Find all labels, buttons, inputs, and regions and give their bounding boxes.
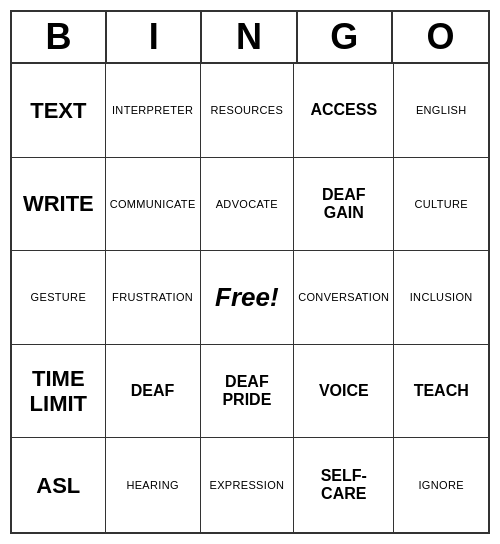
cell-label: WRITE — [23, 191, 94, 216]
bingo-header: BINGO — [12, 12, 488, 64]
cell-label: IGNORE — [418, 479, 463, 492]
bingo-cell[interactable]: CULTURE — [394, 158, 488, 252]
bingo-cell[interactable]: COMMUNICATE — [106, 158, 201, 252]
header-letter: O — [393, 12, 488, 62]
bingo-cell[interactable]: Free! — [201, 251, 295, 345]
bingo-cell[interactable]: IGNORE — [394, 438, 488, 532]
bingo-cell[interactable]: ENGLISH — [394, 64, 488, 158]
bingo-cell[interactable]: RESOURCES — [201, 64, 295, 158]
bingo-cell[interactable]: VOICE — [294, 345, 394, 439]
cell-label: EXPRESSION — [209, 479, 284, 492]
cell-label: SELF-CARE — [321, 467, 367, 504]
cell-label: DEAFGAIN — [322, 186, 366, 223]
cell-label: Free! — [215, 283, 279, 313]
bingo-cell[interactable]: DEAFPRIDE — [201, 345, 295, 439]
cell-label: HEARING — [126, 479, 178, 492]
bingo-cell[interactable]: ASL — [12, 438, 106, 532]
cell-label: CULTURE — [414, 198, 467, 211]
bingo-cell[interactable]: SELF-CARE — [294, 438, 394, 532]
header-letter: N — [202, 12, 297, 62]
bingo-cell[interactable]: TIMELIMIT — [12, 345, 106, 439]
bingo-cell[interactable]: FRUSTRATION — [106, 251, 201, 345]
bingo-cell[interactable]: ADVOCATE — [201, 158, 295, 252]
cell-label: VOICE — [319, 382, 369, 400]
cell-label: TIMELIMIT — [30, 366, 87, 417]
cell-label: INTERPRETER — [112, 104, 193, 117]
cell-label: ASL — [36, 473, 80, 498]
bingo-cell[interactable]: ACCESS — [294, 64, 394, 158]
cell-label: TEXT — [30, 98, 86, 123]
cell-label: FRUSTRATION — [112, 291, 193, 304]
bingo-cell[interactable]: DEAF — [106, 345, 201, 439]
cell-label: ENGLISH — [416, 104, 467, 117]
bingo-cell[interactable]: TEACH — [394, 345, 488, 439]
cell-label: CONVERSATION — [298, 291, 389, 304]
cell-label: GESTURE — [31, 291, 86, 304]
bingo-cell[interactable]: GESTURE — [12, 251, 106, 345]
bingo-cell[interactable]: INCLUSION — [394, 251, 488, 345]
header-letter: I — [107, 12, 202, 62]
bingo-cell[interactable]: WRITE — [12, 158, 106, 252]
cell-label: COMMUNICATE — [110, 198, 196, 211]
cell-label: INCLUSION — [410, 291, 473, 304]
cell-label: ACCESS — [310, 101, 377, 119]
bingo-cell[interactable]: INTERPRETER — [106, 64, 201, 158]
bingo-grid: TEXTINTERPRETERRESOURCESACCESSENGLISHWRI… — [12, 64, 488, 532]
bingo-cell[interactable]: EXPRESSION — [201, 438, 295, 532]
cell-label: DEAF — [131, 382, 175, 400]
header-letter: G — [298, 12, 393, 62]
cell-label: RESOURCES — [211, 104, 284, 117]
bingo-cell[interactable]: DEAFGAIN — [294, 158, 394, 252]
cell-label: DEAFPRIDE — [222, 373, 271, 410]
cell-label: TEACH — [414, 382, 469, 400]
header-letter: B — [12, 12, 107, 62]
cell-label: ADVOCATE — [216, 198, 278, 211]
bingo-cell[interactable]: CONVERSATION — [294, 251, 394, 345]
bingo-cell[interactable]: TEXT — [12, 64, 106, 158]
bingo-card: BINGO TEXTINTERPRETERRESOURCESACCESSENGL… — [10, 10, 490, 534]
bingo-cell[interactable]: HEARING — [106, 438, 201, 532]
